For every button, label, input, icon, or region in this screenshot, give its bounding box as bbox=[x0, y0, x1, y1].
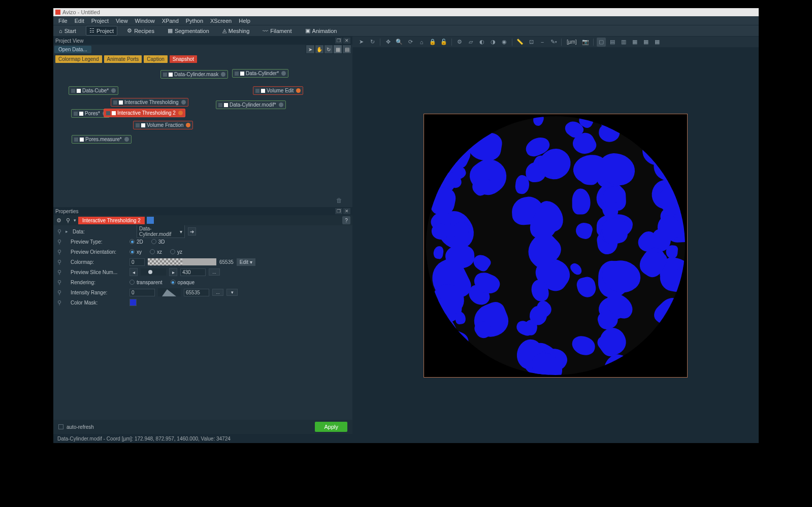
stereo-icon[interactable]: ◉ bbox=[500, 38, 509, 47]
measure-icon[interactable]: 📏 bbox=[515, 38, 525, 47]
node-graph[interactable]: Data-Cylinder.maskData-Cylinder*Data-Cub… bbox=[53, 64, 352, 207]
spin-icon[interactable]: ⟳ bbox=[406, 38, 415, 47]
menu-edit[interactable]: Edit bbox=[72, 17, 87, 25]
pointer-icon[interactable]: ➤ bbox=[356, 38, 366, 47]
menu-window[interactable]: Window bbox=[132, 17, 158, 25]
meshing-button[interactable]: ◬ Meshing bbox=[219, 26, 253, 36]
layout-more-icon[interactable]: ▦ bbox=[653, 38, 662, 47]
unlock-icon[interactable]: 🔓 bbox=[439, 38, 448, 47]
pin-icon[interactable]: ⚲ bbox=[56, 259, 62, 265]
camera-icon[interactable]: 📷 bbox=[581, 38, 590, 47]
intensity-dropdown-button[interactable]: ▾ bbox=[226, 289, 238, 296]
pick-icon[interactable]: ⊡ bbox=[527, 38, 536, 47]
intensity-more-button[interactable]: ... bbox=[212, 289, 223, 296]
chip-snapshot[interactable]: Snapshot bbox=[170, 55, 197, 63]
auto-refresh-checkbox[interactable]: auto-refresh bbox=[58, 424, 94, 430]
module-color-swatch[interactable] bbox=[147, 217, 154, 224]
menu-view[interactable]: View bbox=[113, 17, 131, 25]
slice-next-button[interactable]: ▸ bbox=[169, 268, 177, 276]
panel-close-icon[interactable]: ✕ bbox=[343, 208, 350, 214]
apply-button[interactable]: Apply bbox=[315, 422, 347, 432]
intensity-max-input[interactable] bbox=[184, 289, 209, 296]
slice-more-button[interactable]: ... bbox=[209, 268, 220, 276]
menu-python[interactable]: Python bbox=[183, 17, 206, 25]
pen-icon[interactable]: ✎▾ bbox=[549, 38, 558, 47]
project-button[interactable]: ☷ Project bbox=[86, 26, 117, 36]
filament-button[interactable]: 〰 Filament bbox=[259, 26, 295, 36]
start-button[interactable]: ⌂ Start bbox=[55, 26, 80, 36]
pin-icon[interactable]: ⚲ bbox=[56, 249, 62, 255]
goto-button[interactable]: ➔ bbox=[188, 227, 196, 235]
move-icon[interactable]: ✥ bbox=[383, 38, 393, 47]
home-icon[interactable]: ⌂ bbox=[417, 38, 426, 47]
layout-grid-icon[interactable]: ▦ bbox=[333, 45, 342, 54]
radio-3d[interactable] bbox=[151, 239, 156, 244]
link-icon[interactable]: ⚲ bbox=[64, 217, 72, 224]
intensity-histogram[interactable] bbox=[158, 288, 181, 296]
radio-opaque[interactable] bbox=[171, 280, 176, 285]
layout-single-icon[interactable]: ▢ bbox=[597, 38, 606, 47]
perspective-icon[interactable]: ▱ bbox=[466, 38, 475, 47]
chip-colormap-legend[interactable]: Colormap Legend bbox=[55, 55, 102, 63]
graph-node[interactable]: Volume Edit bbox=[253, 86, 303, 95]
radio-yz[interactable] bbox=[170, 249, 175, 254]
colormap-min-input[interactable] bbox=[129, 258, 145, 266]
pointer-tool-icon[interactable]: ➤ bbox=[306, 45, 315, 54]
recipes-button[interactable]: ⚙ Recipes bbox=[123, 26, 158, 36]
graph-node[interactable]: Interactive Thresholding 2 bbox=[104, 109, 185, 117]
graph-node[interactable]: Data-Cylinder* bbox=[232, 69, 288, 78]
intensity-min-input[interactable] bbox=[129, 289, 155, 296]
graph-node[interactable]: Pores.measure* bbox=[72, 135, 132, 144]
viewport[interactable] bbox=[352, 48, 759, 443]
layout-2v-icon[interactable]: ▥ bbox=[619, 38, 628, 47]
layout-4-icon[interactable]: ▦ bbox=[641, 38, 651, 47]
panel-close-icon[interactable]: ✕ bbox=[343, 38, 350, 44]
slice-prev-button[interactable]: ◂ bbox=[129, 268, 138, 276]
refresh-tool-icon[interactable]: ↻ bbox=[324, 45, 333, 54]
minus-icon[interactable]: − bbox=[538, 38, 547, 47]
zoom-icon[interactable]: 🔍 bbox=[395, 38, 404, 47]
panel-restore-icon[interactable]: ❐ bbox=[335, 38, 342, 44]
graph-node[interactable]: Data-Cylinder.mask bbox=[160, 70, 228, 79]
help-button[interactable]: ? bbox=[342, 216, 350, 224]
animation-button[interactable]: ▣ Animation bbox=[302, 26, 341, 36]
settings-icon[interactable]: ⚙ bbox=[455, 38, 464, 47]
pin-icon[interactable]: ⚲ bbox=[56, 269, 62, 276]
menu-file[interactable]: File bbox=[55, 17, 71, 25]
pin-icon[interactable]: ⚲ bbox=[56, 289, 62, 296]
color-mask-swatch[interactable] bbox=[129, 299, 137, 306]
bg-icon[interactable]: ◑ bbox=[489, 38, 498, 47]
slice-input[interactable] bbox=[180, 268, 206, 276]
expand-icon[interactable]: ▸ bbox=[66, 229, 70, 234]
chevron-down-icon[interactable]: ▾ bbox=[74, 218, 76, 223]
chip-caption[interactable]: Caption bbox=[144, 55, 167, 63]
data-dropdown[interactable]: Data-Cylinder.modif ▾ bbox=[137, 225, 185, 238]
lock-icon[interactable]: 🔒 bbox=[428, 38, 437, 47]
layout-list-icon[interactable]: ▤ bbox=[342, 45, 351, 54]
menu-help[interactable]: Help bbox=[236, 17, 253, 25]
pin-icon[interactable]: ⚲ bbox=[56, 228, 62, 235]
menu-xscreen[interactable]: XScreen bbox=[207, 17, 235, 25]
radio-xy[interactable] bbox=[129, 249, 135, 254]
slice-slider[interactable] bbox=[141, 268, 166, 276]
open-data-button[interactable]: Open Data... bbox=[54, 46, 91, 53]
graph-node[interactable]: Volume Fraction bbox=[133, 121, 193, 129]
menu-xpand[interactable]: XPand bbox=[159, 17, 182, 25]
layout-3-icon[interactable]: ▦ bbox=[630, 38, 639, 47]
colormap-edit-button[interactable]: Edit▾ bbox=[237, 258, 255, 266]
radio-2d[interactable] bbox=[129, 239, 135, 244]
panel-restore-icon[interactable]: ❐ bbox=[335, 208, 342, 214]
graph-node[interactable]: Data-Cube* bbox=[69, 86, 118, 95]
segmentation-button[interactable]: ▦ Segmentation bbox=[164, 26, 213, 36]
pin-icon[interactable]: ⚲ bbox=[56, 239, 62, 245]
graph-node[interactable]: Data-Cylinder.modif* bbox=[216, 100, 286, 109]
light-icon[interactable]: ◐ bbox=[477, 38, 486, 47]
unit-label[interactable]: [µm] bbox=[565, 39, 579, 45]
gear-icon[interactable]: ⚙ bbox=[55, 217, 62, 224]
graph-node[interactable]: Interactive Thresholding bbox=[111, 98, 188, 107]
pin-icon[interactable]: ⚲ bbox=[56, 279, 62, 286]
radio-transparent[interactable] bbox=[129, 280, 135, 285]
rotate-icon[interactable]: ↻ bbox=[368, 38, 377, 47]
menu-project[interactable]: Project bbox=[88, 17, 112, 25]
trash-icon[interactable]: 🗑 bbox=[336, 197, 342, 204]
